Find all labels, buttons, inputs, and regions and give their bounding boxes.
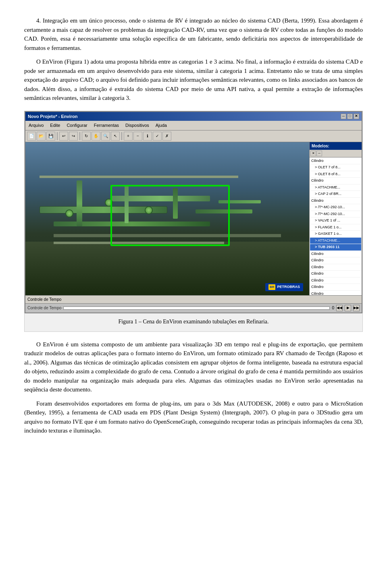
right-panel-item[interactable]: Cilindro	[310, 257, 361, 264]
petrobras-logo: BR PETROBRAS	[265, 283, 303, 291]
petrobras-text: PETROBRAS	[277, 284, 300, 290]
right-panel-item[interactable]: > VALVE 1 of ...	[310, 217, 361, 224]
right-panel-item[interactable]: > TUB 2903 11	[310, 244, 361, 251]
toolbar-zoom[interactable]: 🔍	[101, 132, 110, 141]
beam-top	[40, 176, 238, 178]
timeline-next-button[interactable]: ▶▶	[353, 305, 360, 311]
toolbar-pan[interactable]: ✋	[92, 132, 100, 141]
toolbar-redo[interactable]: ↪	[69, 132, 78, 141]
toolbar-x[interactable]: ✗	[162, 132, 171, 141]
environ-window: Novo Projeto* - Environ ─ □ ✕ Arquivo Ed…	[25, 111, 362, 313]
maximize-button[interactable]: □	[347, 114, 353, 119]
right-panel-item[interactable]: Cilindro	[310, 284, 361, 291]
right-panel-item[interactable]: Cilindro	[310, 264, 361, 271]
main-3d-view[interactable]: BR PETROBRAS	[25, 142, 309, 295]
selected-pipe-outline	[110, 185, 230, 246]
right-panel-item[interactable]: Cilindro	[310, 271, 361, 277]
window-title: Novo Projeto* - Environ	[28, 113, 77, 120]
right-panel-item[interactable]: > OLET 7 of 8...	[310, 164, 361, 171]
menu-ferramentas[interactable]: Ferramentas	[92, 122, 121, 129]
minimize-button[interactable]: ─	[341, 114, 346, 119]
toolbar-check[interactable]: ✓	[153, 132, 162, 141]
rp-btn-x[interactable]: ✕	[310, 151, 316, 156]
menu-ajuda[interactable]: Ajuda	[154, 122, 169, 129]
environ-titlebar: Novo Projeto* - Environ ─ □ ✕	[25, 112, 362, 121]
figure-caption: Figura 1 – Cena do EnViron examinando tu…	[25, 317, 362, 326]
toolbar-remove[interactable]: −	[133, 132, 142, 141]
scene-3d: BR PETROBRAS	[25, 142, 309, 295]
statusbar-label: Controle de Tempo	[27, 296, 61, 302]
right-panel-item[interactable]: > GASKET 1 o...	[310, 231, 361, 238]
timeline-prev-button[interactable]: ◀◀	[336, 305, 343, 311]
paragraph-1: 4. Integração em um único processo, onde…	[24, 16, 363, 52]
close-button[interactable]: ✕	[354, 114, 359, 119]
timeline-track[interactable]	[63, 306, 330, 310]
rp-btn-min[interactable]: ─	[316, 151, 322, 156]
environ-toolbar: 📄 📂 💾 ↩ ↪ ↻ ✋ 🔍 ↖ + − ℹ ✓ ✗	[25, 130, 362, 142]
toolbar-undo[interactable]: ↩	[59, 132, 68, 141]
toolbar-new[interactable]: 📄	[27, 132, 36, 141]
timeline-title: Controle de Tempo	[27, 305, 61, 311]
right-panel-list[interactable]: Cilindro> OLET 7 of 8...> OLET 8 of 8...…	[310, 157, 362, 295]
toolbar-sep1	[57, 132, 58, 140]
paragraph-2: O EnViron (Figura 1) adota uma proposta …	[24, 57, 363, 103]
toolbar-open[interactable]: 📂	[37, 132, 46, 141]
environ-body: BR PETROBRAS Modelos: ✕ ─ Cilindro> OLET…	[25, 142, 362, 295]
right-panel-item[interactable]: Cilindro	[310, 178, 361, 184]
toolbar-sep2	[79, 132, 80, 140]
toolbar-select[interactable]: ↖	[111, 132, 120, 141]
right-panel-item[interactable]: Cilindro	[310, 158, 361, 165]
right-panel-item[interactable]: Cilindro	[310, 277, 361, 284]
right-panel-item[interactable]: Cilindro	[310, 251, 361, 258]
right-panel-item[interactable]: > /T*-MC-292-10...	[310, 211, 361, 218]
toolbar-save[interactable]: 💾	[46, 132, 55, 141]
paragraph-3: O EnViron é um sistema composto de um am…	[24, 340, 363, 394]
menu-edite[interactable]: Edite	[48, 122, 62, 129]
right-panel-toolbar: ✕ ─	[310, 150, 362, 157]
right-panel-title: Modelos:	[310, 142, 362, 150]
timeline-value: 0	[332, 305, 334, 311]
pipe-v1	[77, 180, 82, 226]
valve-1	[65, 209, 73, 217]
right-panel-item[interactable]: > FLANGE 1 o...	[310, 224, 361, 231]
menu-arquivo[interactable]: Arquivo	[27, 122, 45, 129]
toolbar-add[interactable]: +	[124, 132, 133, 141]
right-panel-item[interactable]: > CAP 2 of BR...	[310, 191, 361, 198]
right-panel: Modelos: ✕ ─ Cilindro> OLET 7 of 8...> O…	[309, 142, 362, 295]
timeline-play-button[interactable]: ▶	[345, 305, 351, 311]
window-controls: ─ □ ✕	[341, 114, 359, 119]
toolbar-sep3	[121, 132, 122, 140]
environ-statusbar: Controle de Tempo	[25, 295, 362, 303]
paragraph-4: Foram desenvolvidos exportadores em form…	[24, 399, 363, 435]
toolbar-properties[interactable]: ℹ	[143, 132, 152, 141]
figure-1: Novo Projeto* - Environ ─ □ ✕ Arquivo Ed…	[24, 111, 363, 332]
right-panel-item[interactable]: > OLET 8 of 8...	[310, 171, 361, 178]
br-badge: BR	[268, 284, 276, 290]
toolbar-rotate[interactable]: ↻	[82, 132, 91, 141]
environ-timeline: Controle de Tempo 0 ◀◀ ▶ ▶▶	[25, 303, 362, 313]
environ-menubar: Arquivo Edite Configurar Ferramentas Dis…	[25, 121, 362, 130]
menu-dispositivos[interactable]: Dispositivos	[124, 122, 151, 129]
right-panel-item[interactable]: Cilindro	[310, 291, 361, 295]
right-panel-item[interactable]: > /T*-MC-292-10...	[310, 204, 361, 211]
right-panel-item[interactable]: > ATTACHME...	[310, 238, 361, 244]
menu-configurar[interactable]: Configurar	[65, 122, 89, 129]
right-panel-item[interactable]: > ATTACHME...	[310, 184, 361, 191]
right-panel-item[interactable]: Cilindro	[310, 198, 361, 205]
